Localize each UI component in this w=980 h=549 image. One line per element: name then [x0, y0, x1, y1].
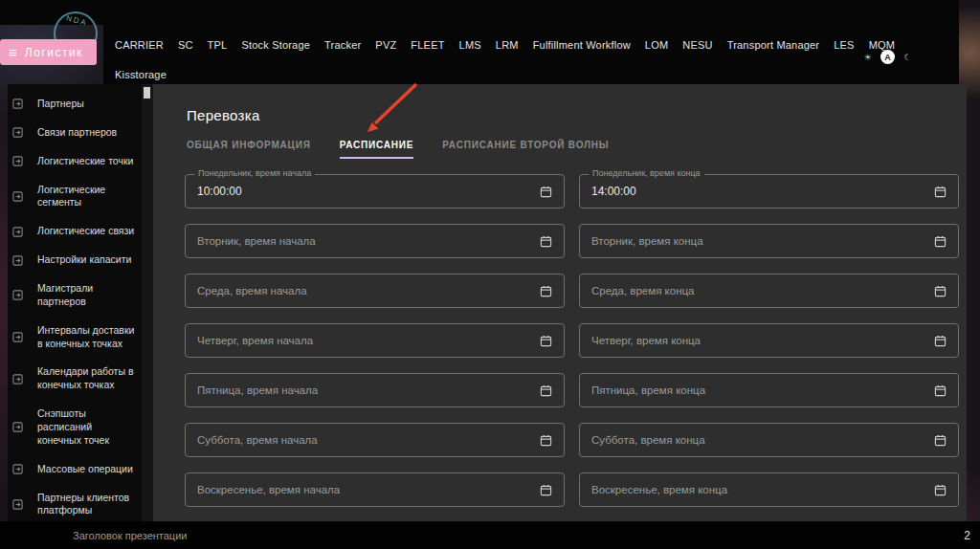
list-item-icon — [12, 499, 23, 510]
field-placeholder: Пятница, время конца — [591, 384, 705, 396]
nav-item-sc[interactable]: SC — [178, 39, 193, 51]
time-input-monday-end[interactable]: Понедельник, время конца 14:00:00 — [579, 174, 959, 209]
sidebar-item-partner-highways[interactable]: Магистрали партнеров — [8, 274, 142, 317]
list-item-icon — [12, 374, 23, 384]
scrollbar-thumb[interactable] — [144, 87, 150, 99]
sidebar-item-schedule-snapshots[interactable]: Снэпшоты расписаний конечных точек — [8, 400, 142, 455]
list-item-icon — [12, 290, 23, 300]
field-placeholder: Вторник, время конца — [591, 235, 703, 247]
sidebar-item-logistic-points[interactable]: Логистические точки — [8, 147, 142, 176]
sidebar-item-label: Магистрали партнеров — [37, 282, 135, 309]
nav-row-2: Kisstorage — [103, 56, 959, 85]
sidebar-item-label: Интервалы доставки в конечных точках — [37, 324, 135, 351]
time-input-tuesday-end[interactable]: Вторник, время конца — [579, 224, 959, 258]
sidebar-item-delivery-intervals[interactable]: Интервалы доставки в конечных точках — [8, 317, 142, 359]
nav-item-pvz[interactable]: PVZ — [375, 39, 396, 51]
field-label: Понедельник, время начала — [194, 168, 315, 178]
sidebar-item-partner-links[interactable]: Связи партнеров — [8, 119, 142, 147]
field-value: 14:00:00 — [591, 185, 636, 198]
calendar-icon[interactable] — [934, 484, 947, 496]
field-placeholder: Вторник, время начала — [197, 235, 316, 247]
nav-item-kisstorage[interactable]: Kisstorage — [115, 69, 167, 80]
field-value: 10:00:00 — [197, 185, 242, 198]
light-theme-icon[interactable]: ☀ — [860, 50, 875, 64]
top-navbar: CARRIER SC TPL Stock Storage Tracker PVZ… — [103, 25, 959, 84]
sidebar-item-label: Логистические точки — [37, 155, 135, 168]
list-item-icon — [12, 464, 23, 474]
sidebar-item-platform-client-partners[interactable]: Партнеры клиентов платформы — [8, 484, 142, 526]
calendar-icon[interactable] — [540, 434, 552, 447]
tab-schedule[interactable]: РАСПИСАНИЕ — [340, 140, 414, 159]
nda-text: NDA — [65, 13, 88, 27]
time-input-sunday-start[interactable]: Воскресенье, время начала — [185, 472, 565, 507]
calendar-icon[interactable] — [540, 335, 552, 347]
field-placeholder: Пятница, время начала — [197, 384, 318, 396]
time-input-friday-start[interactable]: Пятница, время начала — [185, 373, 565, 407]
field-placeholder: Четверг, время начала — [197, 335, 313, 346]
sidebar-item-capacity-settings[interactable]: Настройки капасити — [8, 246, 142, 274]
nav-item-lom[interactable]: LOM — [645, 39, 668, 51]
time-input-saturday-end[interactable]: Суббота, время конца — [579, 423, 959, 457]
time-input-wednesday-start[interactable]: Среда, время начала — [185, 274, 565, 308]
sidebar-item-label: Календари работы в конечных точках — [37, 365, 135, 392]
calendar-icon[interactable] — [540, 384, 552, 397]
list-item-icon — [12, 255, 23, 266]
page-number: 2 — [964, 529, 970, 542]
nav-item-tpl[interactable]: TPL — [208, 39, 228, 51]
time-input-tuesday-start[interactable]: Вторник, время начала — [185, 224, 565, 258]
time-input-thursday-end[interactable]: Четверг, время конца — [579, 323, 959, 358]
field-placeholder: Среда, время конца — [591, 285, 694, 296]
auto-theme-icon[interactable]: A — [880, 50, 895, 64]
field-label: Понедельник, время конца — [589, 168, 704, 178]
sidebar-item-label: Массовые операции — [37, 463, 135, 476]
calendar-icon[interactable] — [540, 285, 552, 297]
time-input-sunday-end[interactable]: Воскресенье, время конца — [579, 472, 959, 507]
calendar-icon[interactable] — [934, 384, 947, 397]
calendar-icon[interactable] — [934, 285, 947, 297]
calendar-icon[interactable] — [934, 335, 947, 347]
sidebar-item-label: Снэпшоты расписаний конечных точек — [37, 407, 135, 448]
tab-second-wave-schedule[interactable]: РАСПИСАНИЕ ВТОРОЙ ВОЛНЫ — [442, 140, 609, 159]
nav-item-lrm[interactable]: LRM — [496, 39, 519, 51]
nav-item-nesu[interactable]: NESU — [682, 39, 712, 51]
nav-item-stock-storage[interactable]: Stock Storage — [241, 39, 310, 51]
sidebar-item-label: Логистические сегменты — [37, 184, 135, 210]
sidebar-item-logistic-segments[interactable]: Логистические сегменты — [8, 176, 142, 218]
calendar-icon[interactable] — [934, 434, 947, 447]
nav-item-transport-manager[interactable]: Transport Manager — [727, 39, 820, 51]
app-logo-text: Логистик — [25, 46, 83, 59]
calendar-icon[interactable] — [540, 235, 552, 248]
calendar-icon[interactable] — [934, 235, 947, 248]
footer-title: Заголовок презентации — [73, 530, 187, 541]
list-item-icon — [12, 156, 23, 166]
time-input-wednesday-end[interactable]: Среда, время конца — [579, 274, 959, 308]
sidebar-item-partners[interactable]: Партнеры — [8, 90, 142, 119]
nav-item-les[interactable]: LES — [834, 39, 854, 51]
nav-item-fleet[interactable]: FLEET — [411, 39, 444, 51]
sidebar-item-logistic-links[interactable]: Логистические связи — [8, 217, 142, 246]
field-placeholder: Воскресенье, время начала — [197, 484, 340, 495]
sidebar-scrollbar[interactable] — [142, 84, 152, 521]
calendar-icon[interactable] — [540, 484, 552, 496]
nav-item-tracker[interactable]: Tracker — [324, 39, 361, 51]
schedule-form: Понедельник, время начала 10:00:00 Понед… — [185, 174, 959, 507]
nav-item-lms[interactable]: LMS — [459, 39, 481, 51]
nav-item-carrier[interactable]: CARRIER — [115, 39, 164, 51]
field-placeholder: Среда, время начала — [197, 285, 307, 296]
app-logo[interactable]: ≡ Логистик — [0, 39, 97, 65]
time-input-friday-end[interactable]: Пятница, время конца — [579, 373, 959, 407]
sidebar-item-work-calendars[interactable]: Календари работы в конечных точках — [8, 358, 142, 400]
time-input-saturday-start[interactable]: Суббота, время начала — [185, 423, 565, 457]
sidebar-item-mass-operations[interactable]: Массовые операции — [8, 455, 142, 484]
dark-theme-icon[interactable]: ☾ — [901, 50, 915, 64]
sidebar: Партнеры Связи партнеров Логистические т… — [8, 84, 142, 521]
menu-icon[interactable]: ≡ — [9, 45, 17, 59]
time-input-monday-start[interactable]: Понедельник, время начала 10:00:00 — [185, 174, 565, 209]
time-input-thursday-start[interactable]: Четверг, время начала — [185, 323, 565, 358]
nav-item-fulfillment-workflow[interactable]: Fulfillment Workflow — [533, 39, 631, 51]
tab-general-info[interactable]: ОБЩАЯ ИНФОРМАЦИЯ — [187, 140, 311, 159]
calendar-icon[interactable] — [934, 186, 947, 198]
list-item-icon — [12, 227, 23, 237]
calendar-icon[interactable] — [540, 186, 552, 198]
sidebar-item-label: Связи партнеров — [37, 126, 135, 140]
